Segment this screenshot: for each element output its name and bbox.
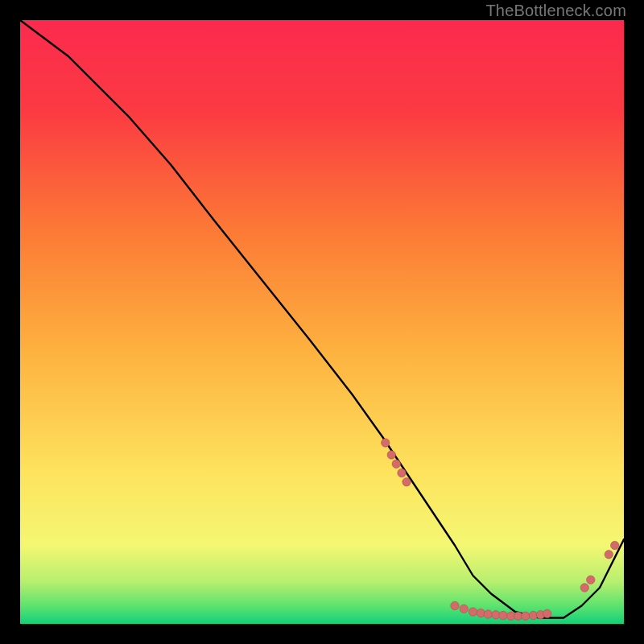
data-marker <box>382 439 390 447</box>
data-marker <box>543 609 551 617</box>
data-marker <box>398 469 406 477</box>
chart-frame: TheBottleneck.com <box>0 0 644 644</box>
chart-svg <box>20 20 624 624</box>
data-marker <box>499 611 507 619</box>
data-marker <box>392 460 400 468</box>
data-marker <box>484 610 492 618</box>
data-marker <box>402 478 411 486</box>
data-marker <box>477 609 485 617</box>
gradient-background <box>20 20 624 624</box>
data-marker <box>451 601 459 609</box>
data-marker <box>580 584 588 592</box>
plot-area <box>20 20 624 624</box>
data-marker <box>469 608 477 616</box>
data-marker <box>460 605 468 613</box>
data-marker <box>387 451 395 459</box>
data-marker <box>522 612 530 620</box>
data-marker <box>587 576 595 584</box>
data-marker <box>605 551 613 559</box>
watermark-text: TheBottleneck.com <box>485 2 626 20</box>
data-marker <box>611 541 619 549</box>
